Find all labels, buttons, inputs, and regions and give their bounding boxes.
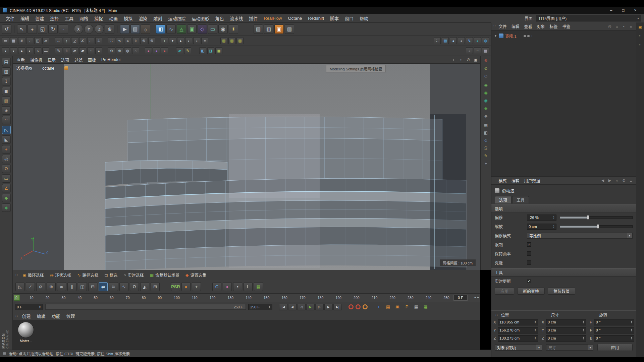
minus-circle-icon[interactable]: ⊖ <box>108 47 115 54</box>
lock-y-icon[interactable]: Y <box>84 24 94 34</box>
visibility-editor-dot[interactable] <box>524 35 526 37</box>
object-enable-icon[interactable]: + <box>531 34 533 38</box>
disc-icon[interactable]: ◍ <box>124 47 131 54</box>
menubar-item-7[interactable]: 动画 <box>106 15 121 21</box>
up-icon[interactable]: ▴ <box>177 37 184 44</box>
stitch-icon[interactable]: ≋ <box>109 282 118 291</box>
stepper-icon[interactable]: ▲▼ <box>553 225 555 228</box>
expand-icon[interactable]: ▼ <box>494 34 497 38</box>
workplane-snap-icon[interactable]: ▭ <box>2 37 9 44</box>
om-search-icon[interactable]: ◎ <box>607 23 613 29</box>
new-transform-button[interactable]: 新的变换 <box>517 288 545 295</box>
circle-b-icon[interactable]: ⊛ <box>148 37 155 44</box>
close-hole-icon[interactable]: ◫ <box>78 282 87 291</box>
offset-mode-select[interactable]: 等比例 ▾ <box>527 233 633 239</box>
brush-icon[interactable]: ∥ <box>67 282 76 291</box>
hand-icon[interactable]: + <box>483 160 489 167</box>
menubar-item-12[interactable]: 运动图形 <box>189 15 212 21</box>
visibility-render-dot[interactable] <box>527 35 530 37</box>
position-z-field[interactable]: 130.273 cm▲▼ <box>498 335 538 342</box>
viewport-menu-5[interactable]: 面板 <box>85 57 99 63</box>
bolt-icon[interactable]: ↯ <box>466 37 473 44</box>
drag-handle-icon[interactable]: ∷ <box>493 24 495 28</box>
tab-tool[interactable]: 工具 <box>512 196 529 203</box>
threequarter-icon[interactable]: ◕ <box>95 47 102 54</box>
psr-transfer-icon[interactable]: PSR <box>171 282 180 291</box>
scroll-left-icon[interactable]: ◂ <box>474 295 476 299</box>
yellow-pen-icon[interactable]: ✎ <box>184 47 191 54</box>
autokey-button[interactable] <box>356 304 361 309</box>
set-selection-chip[interactable]: ◆设置选集 <box>182 272 209 279</box>
polygons-mode-icon[interactable]: ◣ <box>2 135 11 144</box>
slide-icon[interactable]: ⇄ <box>99 282 108 291</box>
attribute-manager-menu-2[interactable]: 用户数据 <box>522 178 542 183</box>
ellipsis-icon[interactable]: ⋯ <box>474 47 481 54</box>
viewport-menu-2[interactable]: 显示 <box>45 57 58 63</box>
move-icon[interactable]: + <box>28 24 37 34</box>
layout-c-icon[interactable]: ▥ <box>285 24 294 34</box>
sq-icon[interactable]: ▪ <box>185 37 192 44</box>
dotted-circle-icon[interactable]: ◌ <box>132 47 139 54</box>
rotation-b-field[interactable]: 0 °▲▼ <box>594 335 634 342</box>
scale-slider[interactable] <box>560 225 633 228</box>
goto-end-button[interactable]: ▶| <box>333 304 342 310</box>
material-menu-3[interactable]: 纹理 <box>63 313 78 319</box>
size-x-field[interactable]: 0 cm▲▼ <box>546 319 586 325</box>
menubar-item-8[interactable]: 模拟 <box>121 15 136 21</box>
renderer-label[interactable]: octane <box>42 66 54 71</box>
menubar-item-4[interactable]: 工具 <box>62 15 76 21</box>
object-manager-menu-2[interactable]: 查看 <box>522 23 534 29</box>
loop-selection-chip[interactable]: ◉循环选择 <box>19 272 47 279</box>
down-icon[interactable]: ▾ <box>169 37 176 44</box>
plane-cut-icon[interactable]: ⊘ <box>36 282 45 291</box>
am-lock-icon[interactable]: ⊙ <box>621 177 627 184</box>
enable-snap-icon[interactable]: Ω <box>2 165 11 173</box>
position-x-field[interactable]: 118.955 cm▲▼ <box>498 319 538 325</box>
grass-icon[interactable]: ◉ <box>483 97 489 104</box>
rotation-h-field[interactable]: 0 °▲▼ <box>594 319 634 325</box>
ik-icon[interactable]: ▦ <box>384 304 392 310</box>
am-forward-icon[interactable]: ▶ <box>607 177 613 184</box>
plant-icon[interactable]: ◉ <box>483 82 489 88</box>
half-b-icon[interactable]: ◑ <box>34 47 41 54</box>
start-frame-field[interactable]: 0 F ▲▼ <box>15 304 43 310</box>
attribute-manager-menu-1[interactable]: 编辑 <box>509 178 522 183</box>
dots-icon[interactable]: ∷ <box>108 37 115 44</box>
magnet-icon[interactable]: Ω <box>483 145 489 151</box>
points-mode-icon[interactable]: ∷ <box>2 116 11 124</box>
material-menu-0[interactable]: 创建 <box>19 313 34 319</box>
weight-icon[interactable]: ∿ <box>119 282 128 291</box>
prev-key-button[interactable]: ◀ <box>288 304 297 310</box>
gray-sphere-icon[interactable]: ● <box>458 37 465 44</box>
add-small-icon[interactable]: + <box>161 37 168 44</box>
prev-frame-button[interactable]: ◁ <box>297 304 306 310</box>
viewport-menu-0[interactable]: 查看 <box>14 57 28 63</box>
qr-icon[interactable]: ▩ <box>442 37 449 44</box>
render-view-icon[interactable]: ▶ <box>120 24 129 34</box>
paint-ball-icon[interactable]: ● <box>223 282 232 291</box>
add-cube-icon[interactable]: ◧ <box>156 24 165 34</box>
offset-slider[interactable] <box>560 216 633 219</box>
am-back-icon[interactable]: ◀ <box>600 177 606 184</box>
leaf-icon[interactable]: ◆ <box>483 105 489 111</box>
current-frame-box[interactable]: 0 F <box>453 295 468 301</box>
texture-mode-icon[interactable]: ▨ <box>2 97 11 105</box>
camera-icon[interactable]: ◉ <box>218 24 228 34</box>
move-h-icon[interactable]: ↔ <box>55 37 62 44</box>
menubar-item-3[interactable]: 选择 <box>47 15 62 21</box>
viewport-3d[interactable]: 透视视图 octane Modeling Settings.启用网格检查 网格间… <box>13 64 480 270</box>
grid-snap-icon[interactable]: ▦ <box>10 37 17 44</box>
interactive-render-icon[interactable]: ▣ <box>274 24 284 34</box>
path-selection-chip[interactable]: ∿路径选择 <box>74 272 101 279</box>
keep-curvature-checkbox[interactable] <box>527 251 531 256</box>
reset-scene-chip[interactable]: ▦恢复默认场景 <box>147 272 182 279</box>
lock-x-icon[interactable]: X <box>74 24 83 34</box>
menubar-item-21[interactable]: 帮助 <box>357 15 371 21</box>
size-mode-select[interactable]: 尺寸▾ <box>546 344 593 351</box>
angle2-icon[interactable]: ∠ <box>79 37 86 44</box>
bridge-icon[interactable]: ⊟ <box>88 282 97 291</box>
edge-snap-icon[interactable]: ◫ <box>34 37 41 44</box>
menubar-item-0[interactable]: 文件 <box>3 15 17 21</box>
layout-panel-icon[interactable]: ▤ <box>2 58 11 66</box>
position-y-field[interactable]: 156.278 cm▲▼ <box>498 327 538 334</box>
